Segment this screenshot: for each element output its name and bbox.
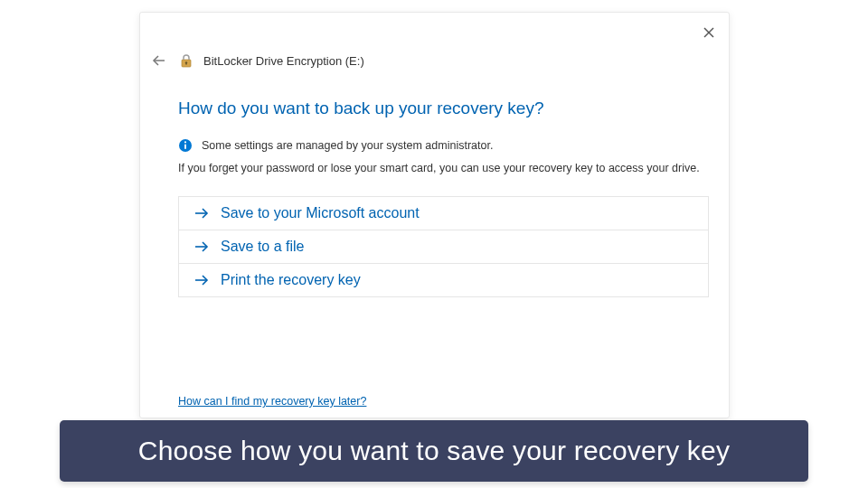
arrow-right-icon	[193, 239, 210, 255]
arrow-right-icon	[193, 272, 210, 288]
bitlocker-icon	[178, 52, 194, 69]
dialog-header: BitLocker Drive Encryption (E:)	[151, 52, 364, 69]
option-label: Save to a file	[221, 239, 305, 255]
close-icon	[703, 27, 714, 38]
option-label: Print the recovery key	[221, 272, 361, 288]
dialog-title: BitLocker Drive Encryption (E:)	[203, 54, 364, 68]
description-text: If you forget your password or lose your…	[178, 162, 709, 174]
svg-rect-5	[185, 63, 186, 65]
dialog-content: How do you want to back up your recovery…	[178, 99, 709, 297]
back-button[interactable]	[151, 52, 167, 69]
admin-notice-row: Some settings are managed by your system…	[178, 138, 709, 153]
arrow-right-icon	[193, 205, 210, 221]
option-print-recovery-key[interactable]: Print the recovery key	[179, 264, 708, 296]
option-save-microsoft-account[interactable]: Save to your Microsoft account	[179, 197, 708, 230]
option-save-to-file[interactable]: Save to a file	[179, 230, 708, 264]
options-list: Save to your Microsoft account Save to a…	[178, 196, 709, 297]
svg-rect-7	[184, 145, 186, 150]
caption-text: Choose how you want to save your recover…	[138, 436, 730, 466]
main-heading: How do you want to back up your recovery…	[178, 99, 709, 118]
bitlocker-dialog: BitLocker Drive Encryption (E:) How do y…	[139, 12, 730, 418]
info-icon	[178, 138, 193, 153]
back-arrow-icon	[152, 53, 166, 68]
close-button[interactable]	[702, 25, 716, 40]
help-link[interactable]: How can I find my recovery key later?	[178, 395, 366, 408]
svg-point-8	[184, 141, 186, 143]
caption-bar: Choose how you want to save your recover…	[60, 420, 808, 482]
option-label: Save to your Microsoft account	[221, 205, 420, 221]
admin-notice-text: Some settings are managed by your system…	[202, 139, 493, 152]
